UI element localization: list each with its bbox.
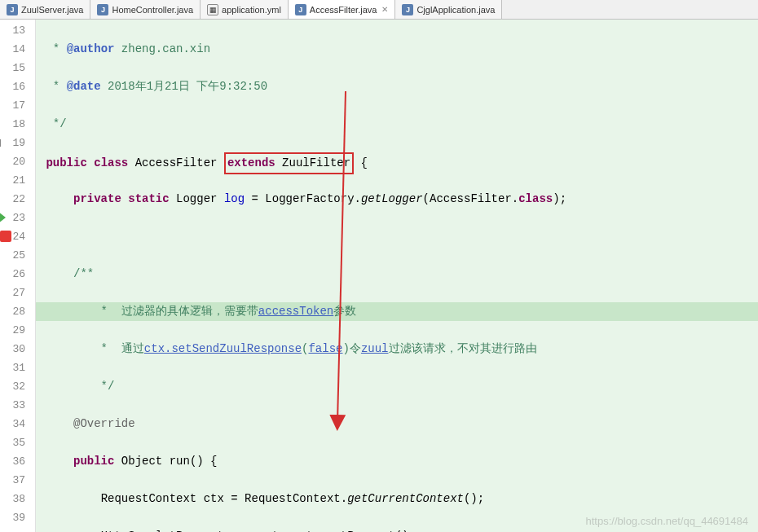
code-line: private static Logger log = LoggerFactor… — [36, 190, 758, 209]
code-line: * 通过ctx.setSendZuulResponse(false)令zuul过… — [36, 340, 758, 358]
java-icon: J — [97, 4, 108, 15]
java-icon: J — [7, 4, 18, 15]
code-line: * @author zheng.can.xin — [36, 40, 758, 59]
tab-accessfilter[interactable]: JAccessFilter.java✕ — [289, 0, 396, 19]
code-line — [36, 227, 758, 246]
code-line: /** — [36, 265, 758, 284]
code-line: public class AccessFilter extends ZuulFi… — [36, 152, 758, 171]
java-icon: J — [295, 4, 306, 15]
error-marker-icon — [0, 231, 11, 242]
code-line: * @date 2018年1月21日 下午9:32:50 — [36, 77, 758, 96]
code-line: RequestContext ctx = RequestContext.getC… — [36, 490, 758, 508]
tab-cjglapplication[interactable]: JCjglApplication.java — [395, 0, 502, 19]
code-editor[interactable]: 131415161718 19− 202122 23 24 2526272829… — [0, 20, 758, 532]
override-marker-icon — [0, 212, 6, 223]
code-area[interactable]: * @author zheng.can.xin * @date 2018年1月2… — [36, 20, 758, 532]
line-gutter: 131415161718 19− 202122 23 24 2526272829… — [0, 20, 36, 532]
svg-line-0 — [337, 91, 346, 423]
code-line: @Override — [36, 415, 758, 433]
java-icon: J — [402, 4, 413, 15]
code-line: */ — [36, 115, 758, 134]
code-line: public Object run() { — [36, 452, 758, 471]
tab-homecontroller[interactable]: JHomeController.java — [90, 0, 201, 19]
yaml-icon: ▦ — [207, 4, 218, 15]
watermark: https://blog.csdn.net/qq_44691484 — [586, 515, 749, 527]
editor-tabs: JZuulServer.java JHomeController.java ▦a… — [0, 0, 758, 20]
code-line: HttpServletRequest request = ctx.getRequ… — [36, 527, 758, 532]
tab-application-yml[interactable]: ▦application.yml — [201, 0, 289, 19]
close-icon[interactable]: ✕ — [381, 5, 388, 14]
code-line: */ — [36, 377, 758, 396]
tab-zuulserver[interactable]: JZuulServer.java — [0, 0, 90, 19]
fold-icon[interactable]: − — [0, 139, 1, 147]
code-line: * 过滤器的具体逻辑，需要带accessToken参数 — [36, 302, 758, 321]
